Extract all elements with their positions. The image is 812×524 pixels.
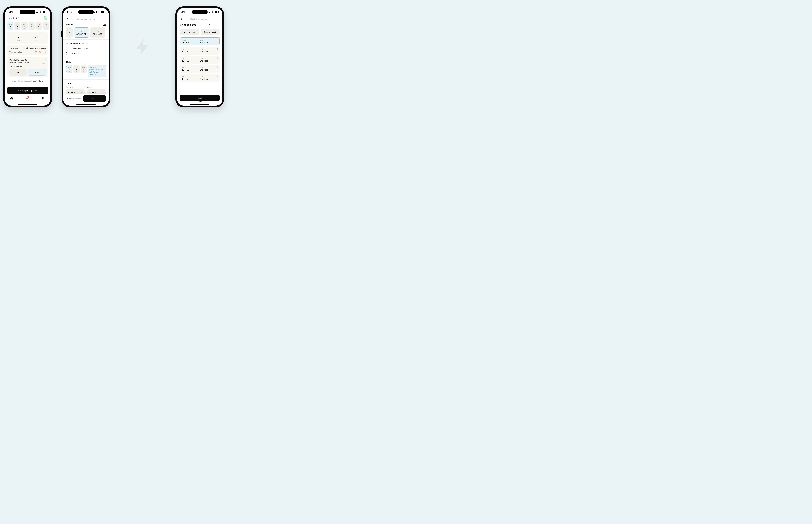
- status-smile-icon[interactable]: [44, 16, 47, 20]
- svg-rect-3: [10, 66, 12, 67]
- svg-point-4: [43, 97, 44, 98]
- day-chip[interactable]: Tue3: [74, 65, 80, 73]
- available-count: 25 available spots: [66, 97, 81, 100]
- wifi-icon: [211, 11, 214, 13]
- phone-home: 9:41 July 2022 Mon2Tue3Wed4Thu5Fri6Sat7: [3, 6, 52, 107]
- signal-icon: [208, 11, 211, 13]
- remaining-label: Time remaining:: [10, 51, 22, 53]
- car-icon: [80, 30, 83, 32]
- page-title: Book a parking spot: [177, 18, 223, 20]
- spot-list: SpotE - 453 Level2nd floor SpotE - 453 L…: [177, 37, 223, 82]
- location-name: Powiśle Business Center: [10, 59, 30, 61]
- status-bar: 9:41: [177, 8, 223, 16]
- page-dots: [198, 101, 202, 102]
- booking-footer: 25 available spots Next: [63, 94, 109, 105]
- wifi-icon: [39, 11, 42, 13]
- show-map-link[interactable]: Show on map: [209, 24, 220, 26]
- plate-icon: [10, 65, 12, 68]
- next-button[interactable]: Next: [180, 95, 220, 101]
- next-button[interactable]: Next: [83, 95, 106, 102]
- day-chip[interactable]: Sat7: [43, 22, 49, 30]
- extend-button[interactable]: Extend: [10, 69, 27, 76]
- spot-value: 2E: [28, 35, 46, 39]
- report-link[interactable]: Report violation: [32, 80, 43, 82]
- warning-icon: [12, 80, 14, 82]
- booking-time: 12:45 PM - 1:00 PM: [30, 47, 46, 49]
- edit-link[interactable]: Edit: [103, 24, 106, 26]
- day-chip[interactable]: Wed4: [81, 65, 87, 73]
- checkbox-icon: [66, 47, 69, 50]
- clock-icon: [26, 47, 29, 50]
- vehicle-section-label: Vehicle: [66, 23, 74, 26]
- spot-card[interactable]: SpotE - 453 Level2nd floor: [180, 37, 220, 46]
- clock-icon: [102, 91, 104, 94]
- day-chip[interactable]: Mon2: [66, 65, 72, 73]
- day-chip[interactable]: Fri6: [36, 22, 42, 30]
- spot-card[interactable]: SpotE - 453 Level2nd floor: [180, 74, 220, 82]
- tab-bar: Home 4 Notifications Account: [5, 94, 50, 105]
- lightning-icon: [133, 37, 153, 57]
- spot-card[interactable]: SpotE - 453 Level2nd floor: [180, 47, 220, 54]
- star-icon[interactable]: [216, 48, 218, 50]
- end-button[interactable]: End: [28, 69, 46, 76]
- vehicle-card[interactable]: AE 2857 OR: [74, 28, 89, 37]
- moto-icon: [96, 30, 99, 32]
- home-icon: [10, 96, 13, 100]
- location-card: Powiśle Business Center Nowogrodzka 51, …: [7, 57, 48, 78]
- tab-home[interactable]: Home: [10, 96, 14, 102]
- home-header: July 2022: [5, 16, 50, 22]
- account-icon: [42, 96, 45, 100]
- star-icon[interactable]: [216, 57, 218, 59]
- spot-card[interactable]: SpotE - 453 Level2nd floor: [180, 56, 220, 64]
- spot-card[interactable]: SpotE - 453 Level2nd floor: [180, 65, 220, 73]
- page-title: Book a parking spot: [63, 18, 109, 20]
- date-section-label: Date: [66, 61, 71, 63]
- battery-icon: [43, 11, 46, 13]
- battery-icon: [215, 11, 218, 13]
- day-chip[interactable]: Thu5: [29, 22, 35, 30]
- choose-footer: Next: [177, 93, 223, 105]
- electric-checkbox-row[interactable]: Electric charging spot: [66, 46, 106, 51]
- tab-notifications[interactable]: 4 Notifications: [23, 96, 31, 102]
- warning-row: Something went wrong? Report violation: [5, 79, 50, 82]
- day-chip[interactable]: Mon2: [7, 22, 13, 30]
- plus-icon: [68, 31, 71, 34]
- start-time-label: Start time: [66, 86, 85, 88]
- notification-badge: 4: [28, 96, 29, 98]
- status-icons: [94, 11, 105, 13]
- spot-label: Spot: [28, 39, 46, 42]
- level-label: Level: [10, 39, 28, 42]
- nav-header: Book a parking spot: [63, 16, 109, 22]
- svg-point-6: [98, 31, 99, 32]
- page-dots: [85, 101, 87, 102]
- wifi-icon: [98, 11, 100, 13]
- day-chip[interactable]: Tue3: [14, 22, 20, 30]
- time-section-label: Time: [66, 82, 71, 85]
- add-vehicle-button[interactable]: [66, 28, 73, 37]
- star-icon[interactable]: [216, 75, 218, 77]
- end-time-label: End time: [87, 86, 106, 88]
- layout-spacer: [120, 6, 166, 88]
- disability-checkbox-row[interactable]: Disability: [66, 51, 106, 56]
- month-label: July 2022: [8, 17, 19, 20]
- filter-disability[interactable]: Disability spots: [200, 29, 220, 35]
- svg-point-2: [43, 61, 44, 61]
- signal-icon: [94, 11, 97, 13]
- clock-icon: [81, 91, 83, 94]
- star-icon[interactable]: [216, 66, 218, 68]
- signal-icon: [36, 11, 38, 13]
- svg-point-5: [97, 31, 98, 32]
- vehicle-card[interactable]: PL 3456 PN: [90, 28, 105, 37]
- tab-account[interactable]: Account: [40, 96, 46, 102]
- star-icon[interactable]: [218, 36, 220, 39]
- book-cta[interactable]: Book a parking spot: [7, 87, 48, 94]
- location-address: Nowogrodzka 51, 00-682: [10, 61, 30, 64]
- checkbox-checked-icon: [66, 52, 69, 55]
- day-chip[interactable]: Wed4: [21, 22, 28, 30]
- filter-electric[interactable]: Electric spots: [180, 29, 199, 35]
- status-bar: 9:41: [63, 8, 109, 16]
- home-indicator: [76, 104, 96, 104]
- day-chip-overflow[interactable]: [50, 22, 50, 30]
- summary-card: 2 Level 2E Spot: [7, 32, 48, 44]
- map-pin-button[interactable]: [41, 59, 46, 64]
